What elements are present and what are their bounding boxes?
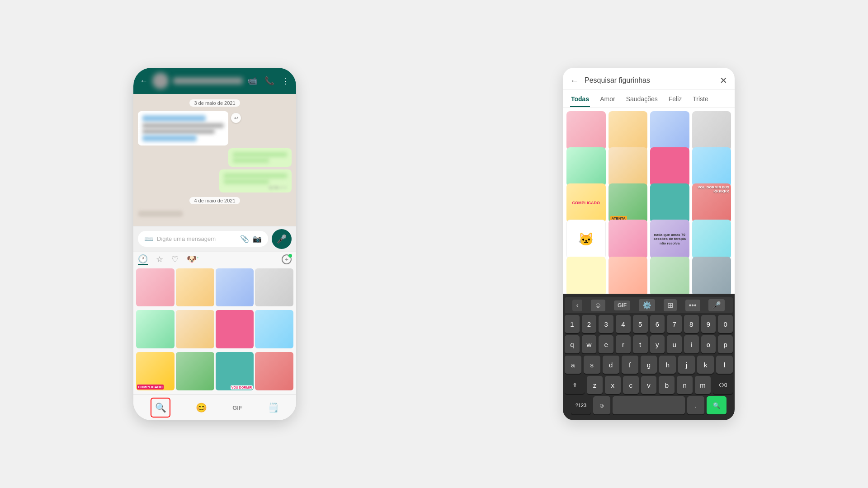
key-t[interactable]: t [633,335,648,353]
result-sticker-7[interactable] [650,147,689,187]
key-u[interactable]: u [667,335,682,353]
key-a[interactable]: a [565,356,581,374]
result-sticker-12[interactable]: VOU DORMIR BJS KKKKKK [692,183,731,223]
key-search[interactable]: 🔍 [707,396,726,414]
result-sticker-4[interactable] [692,111,731,150]
key-i[interactable]: i [684,335,699,353]
tab-todas[interactable]: Todas [570,92,590,107]
result-sticker-16[interactable] [692,220,731,259]
keyboard-translate-icon[interactable]: ⊞ [664,299,677,311]
key-emoji[interactable]: ☺ [593,396,610,414]
add-sticker-button[interactable]: + [282,254,292,264]
key-g[interactable]: g [641,356,657,374]
key-9[interactable]: 9 [701,315,716,333]
message-input-box[interactable]: ⌨️ Digite uma mensagem 📎 📷 [138,231,268,247]
sticker-cell[interactable] [176,268,214,307]
tab-triste[interactable]: Triste [692,92,709,107]
key-q[interactable]: q [565,335,580,353]
key-j[interactable]: j [678,356,695,374]
result-sticker-2[interactable] [609,111,648,150]
reply-icon[interactable]: ↩ [231,113,241,123]
key-d[interactable]: d [603,356,619,374]
result-sticker-11[interactable] [650,183,689,223]
key-period[interactable]: . [687,396,704,414]
sticker-cell[interactable] [136,268,175,307]
keyboard-gif-label[interactable]: GIF [614,300,630,310]
sticker-cell[interactable]: VOU DORMIR [216,352,254,390]
keyboard-mic-icon[interactable]: 🎤 [708,299,725,311]
key-5[interactable]: 5 [633,315,648,333]
key-c[interactable]: c [623,376,639,394]
key-8[interactable]: 8 [684,315,699,333]
result-sticker-1[interactable] [566,111,606,150]
key-w[interactable]: w [582,335,597,353]
key-p[interactable]: p [718,335,733,353]
key-2[interactable]: 2 [582,315,597,333]
key-o[interactable]: o [701,335,716,353]
attach-icon[interactable]: 📎 [240,235,249,243]
result-sticker-20[interactable] [692,257,731,294]
keyboard-settings-icon[interactable]: ⚙️ [639,299,655,311]
key-3[interactable]: 3 [599,315,613,333]
key-space[interactable] [613,396,685,414]
more-options-icon[interactable]: ⋮ [282,76,290,86]
key-f[interactable]: f [622,356,638,374]
mic-button[interactable]: 🎤 [272,229,292,249]
result-sticker-10[interactable]: ATENTA [609,183,648,223]
keyboard-back-icon[interactable]: ‹ [572,300,582,311]
result-sticker-5[interactable] [566,147,606,187]
key-e[interactable]: e [599,335,613,353]
result-sticker-3[interactable] [650,111,689,150]
result-sticker-18[interactable] [609,257,648,294]
key-h[interactable]: h [659,356,676,374]
sticker-cell[interactable] [255,310,293,348]
key-r[interactable]: r [616,335,631,353]
input-placeholder[interactable]: Digite uma mensagem [157,235,236,242]
tab-saudacoes[interactable]: Saudações [625,92,659,107]
sticker-cell[interactable] [136,310,175,348]
key-n[interactable]: n [677,376,693,394]
heart-tab[interactable]: ♡ [171,254,179,264]
sticker-cell[interactable] [255,352,293,390]
tab-amor[interactable]: Amor [599,92,616,107]
recent-tab[interactable]: 🕐 [138,254,148,265]
key-k[interactable]: k [697,356,714,374]
video-call-icon[interactable]: 📹 [247,76,257,86]
result-sticker-17[interactable] [566,257,606,294]
key-b[interactable]: b [659,376,675,394]
result-sticker-14[interactable] [609,220,648,259]
key-shift[interactable]: ⇧ [565,376,585,394]
result-sticker-13[interactable]: 🐱 [566,220,606,259]
sticker-cell[interactable] [216,268,254,307]
camera-icon[interactable]: 📷 [253,235,262,243]
key-m[interactable]: m [695,376,711,394]
result-sticker-15[interactable]: nada que umas 70 sessões de terapia não … [650,220,689,259]
sticker-pack-tab[interactable]: 🐶+ [187,254,199,264]
sticker-cell[interactable] [255,268,293,307]
key-1[interactable]: 1 [565,315,580,333]
result-sticker-19[interactable] [650,257,689,294]
key-0[interactable]: 0 [718,315,733,333]
starred-tab[interactable]: ☆ [156,254,163,264]
key-y[interactable]: y [650,335,665,353]
key-6[interactable]: 6 [650,315,665,333]
sticker-nav-icon[interactable]: 🗒️ [268,402,279,413]
panel-close-icon[interactable]: ✕ [720,75,727,86]
sticker-cell[interactable] [216,310,254,348]
keyboard-more-icon[interactable]: ••• [685,300,700,311]
panel-back-icon[interactable]: ← [570,75,579,86]
key-7[interactable]: 7 [667,315,682,333]
key-delete[interactable]: ⌫ [713,376,733,394]
key-s[interactable]: s [584,356,600,374]
voice-call-icon[interactable]: 📞 [264,76,274,86]
result-sticker-9[interactable]: COMPLICADO [566,183,606,223]
key-v[interactable]: v [641,376,657,394]
key-l[interactable]: l [716,356,733,374]
emoji-nav-icon[interactable]: 😊 [196,402,207,413]
key-4[interactable]: 4 [616,315,631,333]
key-numpad[interactable]: ?123 [571,396,591,414]
sticker-cell[interactable] [176,310,214,348]
sticker-cell[interactable] [176,352,214,390]
result-sticker-8[interactable] [692,147,731,187]
result-sticker-6[interactable] [609,147,648,187]
